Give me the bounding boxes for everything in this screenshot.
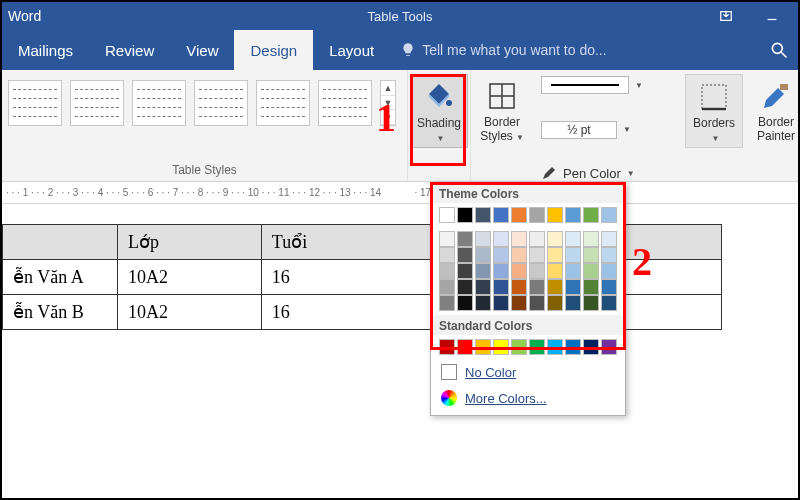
tab-view[interactable]: View xyxy=(170,30,234,70)
color-swatch[interactable] xyxy=(529,279,545,295)
color-swatch[interactable] xyxy=(565,263,581,279)
color-swatch[interactable] xyxy=(475,231,491,247)
color-swatch[interactable] xyxy=(565,295,581,311)
color-swatch[interactable] xyxy=(493,231,509,247)
table-style-swatch[interactable] xyxy=(132,80,186,126)
color-swatch[interactable] xyxy=(457,247,473,263)
color-swatch[interactable] xyxy=(475,339,491,355)
color-swatch[interactable] xyxy=(547,279,563,295)
table-style-swatch[interactable] xyxy=(318,80,372,126)
tell-me-search[interactable]: Tell me what you want to do... xyxy=(390,30,616,70)
table-style-swatch[interactable] xyxy=(8,80,62,126)
horizontal-ruler[interactable]: · · · 1 · · · 2 · · · 3 · · · 4 · · · 5 … xyxy=(2,182,798,204)
table-style-swatch[interactable] xyxy=(194,80,248,126)
color-swatch[interactable] xyxy=(511,231,527,247)
color-swatch[interactable] xyxy=(475,279,491,295)
color-swatch[interactable] xyxy=(439,247,455,263)
table-cell[interactable]: 10A2 xyxy=(118,295,262,330)
color-swatch[interactable] xyxy=(529,263,545,279)
color-swatch[interactable] xyxy=(511,247,527,263)
color-swatch[interactable] xyxy=(565,339,581,355)
color-swatch[interactable] xyxy=(601,231,617,247)
color-swatch[interactable] xyxy=(493,295,509,311)
color-swatch[interactable] xyxy=(529,295,545,311)
color-swatch[interactable] xyxy=(457,279,473,295)
color-swatch[interactable] xyxy=(439,207,455,223)
ribbon-display-options-button[interactable] xyxy=(704,4,748,28)
pen-style-dropdown[interactable] xyxy=(541,76,629,94)
color-swatch[interactable] xyxy=(493,263,509,279)
color-swatch[interactable] xyxy=(475,247,491,263)
color-swatch[interactable] xyxy=(601,339,617,355)
color-swatch[interactable] xyxy=(493,207,509,223)
pen-weight-dropdown[interactable]: ½ pt xyxy=(541,121,617,139)
color-swatch[interactable] xyxy=(601,207,617,223)
color-swatch[interactable] xyxy=(439,231,455,247)
color-swatch[interactable] xyxy=(565,207,581,223)
table-header-cell[interactable] xyxy=(3,225,118,260)
table-cell[interactable]: ễn Văn A xyxy=(3,260,118,295)
color-swatch[interactable] xyxy=(475,207,491,223)
color-swatch[interactable] xyxy=(529,247,545,263)
color-swatch[interactable] xyxy=(457,231,473,247)
color-swatch[interactable] xyxy=(583,231,599,247)
chevron-up-icon[interactable]: ▲ xyxy=(381,81,395,96)
search-icon-button[interactable] xyxy=(760,30,798,70)
color-swatch[interactable] xyxy=(583,247,599,263)
color-swatch[interactable] xyxy=(583,295,599,311)
color-swatch[interactable] xyxy=(457,339,473,355)
color-swatch[interactable] xyxy=(583,263,599,279)
color-swatch[interactable] xyxy=(601,263,617,279)
color-swatch[interactable] xyxy=(565,247,581,263)
tab-review[interactable]: Review xyxy=(89,30,170,70)
color-swatch[interactable] xyxy=(511,263,527,279)
color-swatch[interactable] xyxy=(511,339,527,355)
color-swatch[interactable] xyxy=(475,295,491,311)
color-swatch[interactable] xyxy=(565,231,581,247)
color-swatch[interactable] xyxy=(583,339,599,355)
color-swatch[interactable] xyxy=(511,207,527,223)
color-swatch[interactable] xyxy=(583,279,599,295)
table-style-gallery[interactable]: ▲ ▼ ▾ xyxy=(8,74,401,126)
document-area[interactable]: Lớp Tuổi ễn Văn A 10A2 16 Quận Thủ Đức ễ… xyxy=(2,204,798,500)
color-swatch[interactable] xyxy=(475,263,491,279)
minimize-button[interactable] xyxy=(750,4,794,28)
table-header-cell[interactable]: Lớp xyxy=(118,225,262,260)
borders-button[interactable]: Borders▼ xyxy=(685,74,743,148)
color-swatch[interactable] xyxy=(565,279,581,295)
color-swatch[interactable] xyxy=(457,295,473,311)
color-swatch[interactable] xyxy=(493,339,509,355)
table-cell[interactable]: 10A2 xyxy=(118,260,262,295)
chevron-down-icon[interactable]: ▼ xyxy=(381,96,395,111)
table-cell[interactable]: ễn Văn B xyxy=(3,295,118,330)
color-swatch[interactable] xyxy=(511,279,527,295)
tab-mailings[interactable]: Mailings xyxy=(2,30,89,70)
color-swatch[interactable] xyxy=(439,339,455,355)
color-swatch[interactable] xyxy=(529,207,545,223)
color-swatch[interactable] xyxy=(511,295,527,311)
color-swatch[interactable] xyxy=(547,247,563,263)
color-swatch[interactable] xyxy=(493,247,509,263)
table-style-swatch[interactable] xyxy=(70,80,124,126)
color-swatch[interactable] xyxy=(547,295,563,311)
color-swatch[interactable] xyxy=(457,207,473,223)
color-swatch[interactable] xyxy=(529,339,545,355)
color-swatch[interactable] xyxy=(583,207,599,223)
color-swatch[interactable] xyxy=(601,279,617,295)
gallery-scroll[interactable]: ▲ ▼ ▾ xyxy=(380,80,396,126)
color-swatch[interactable] xyxy=(457,263,473,279)
more-colors-item[interactable]: More Colors... xyxy=(431,385,625,411)
no-color-item[interactable]: No Color xyxy=(431,359,625,385)
pen-color-dropdown[interactable]: Pen Color ▼ xyxy=(541,165,675,181)
color-swatch[interactable] xyxy=(493,279,509,295)
color-swatch[interactable] xyxy=(547,263,563,279)
border-painter-button[interactable]: Border Painter xyxy=(747,74,800,146)
border-styles-button[interactable]: Border Styles▼ xyxy=(473,74,531,146)
gallery-expand-icon[interactable]: ▾ xyxy=(381,110,395,125)
color-swatch[interactable] xyxy=(547,207,563,223)
color-swatch[interactable] xyxy=(547,231,563,247)
tab-layout[interactable]: Layout xyxy=(313,30,390,70)
color-swatch[interactable] xyxy=(601,247,617,263)
tab-design[interactable]: Design xyxy=(234,30,313,70)
shading-button[interactable]: Shading▼ xyxy=(410,74,468,148)
